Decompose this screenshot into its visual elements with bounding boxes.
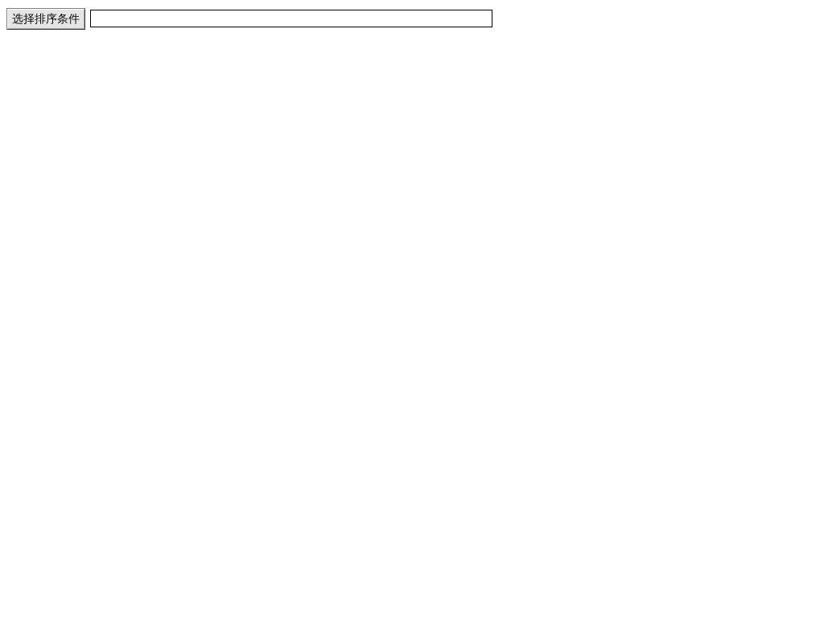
toolbar: 选择排序条件 [6,8,818,30]
sort-criteria-input[interactable] [90,10,492,27]
select-sort-criteria-button[interactable]: 选择排序条件 [6,8,85,30]
